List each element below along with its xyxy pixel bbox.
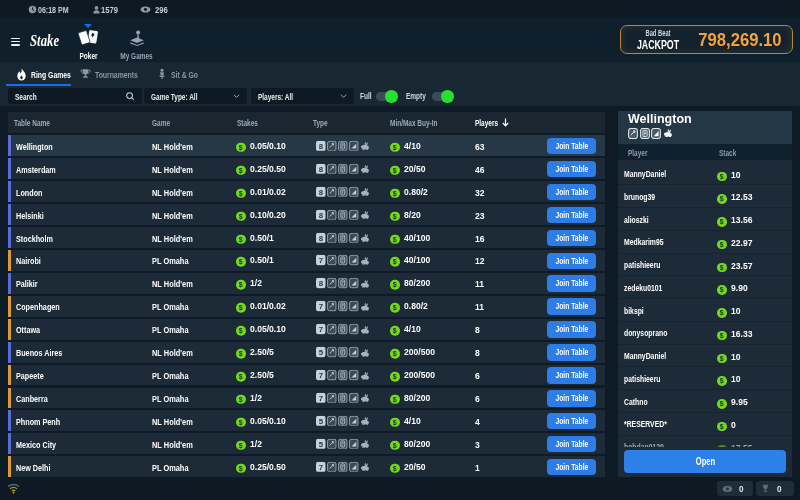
svg-text:8: 8	[319, 142, 324, 151]
svg-text:7: 7	[319, 394, 323, 403]
svg-text:8: 8	[319, 165, 324, 174]
svg-text:7: 7	[319, 371, 323, 380]
svg-text:5: 5	[319, 440, 324, 449]
svg-text:7: 7	[319, 463, 323, 472]
svg-text:7: 7	[319, 302, 323, 311]
svg-text:8: 8	[319, 233, 324, 242]
svg-text:5: 5	[319, 348, 324, 357]
svg-text:8: 8	[319, 210, 324, 219]
svg-text:8: 8	[319, 279, 324, 288]
svg-text:7: 7	[319, 325, 323, 334]
svg-text:8: 8	[319, 188, 324, 197]
svg-text:7: 7	[319, 256, 323, 265]
svg-text:5: 5	[319, 417, 324, 426]
